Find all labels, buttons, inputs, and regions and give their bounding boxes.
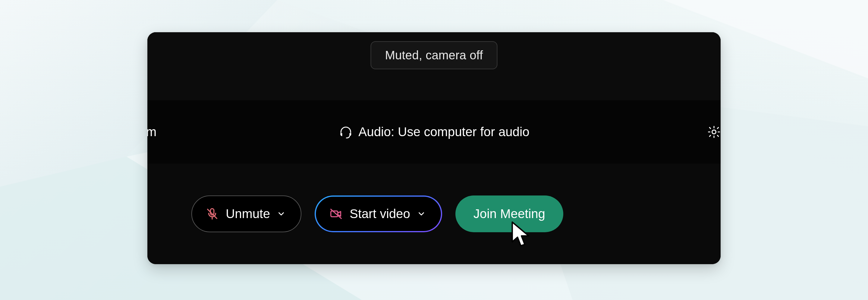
join-meeting-panel: Muted, camera off em Audio: Use computer… xyxy=(147,32,721,264)
left-option-label: em xyxy=(147,125,156,139)
gear-icon xyxy=(707,125,721,139)
audio-option-label: Audio: Use computer for audio xyxy=(358,125,529,139)
join-meeting-label: Join Meeting xyxy=(473,207,545,221)
video-preview-area: Muted, camera off xyxy=(147,32,721,100)
chevron-down-icon[interactable] xyxy=(277,209,286,219)
svg-point-6 xyxy=(712,130,716,134)
camera-off-icon xyxy=(329,207,343,221)
left-option-fragment[interactable]: em xyxy=(147,125,156,139)
headset-icon xyxy=(338,125,353,139)
start-video-button[interactable]: Start video xyxy=(315,196,442,232)
right-option-fragment[interactable]: Te xyxy=(707,125,721,139)
microphone-off-icon xyxy=(205,207,219,221)
audio-options-row: em Audio: Use computer for audio Te xyxy=(147,100,721,164)
av-status-pill: Muted, camera off xyxy=(370,41,497,69)
unmute-button[interactable]: Unmute xyxy=(191,196,301,232)
audio-option[interactable]: Audio: Use computer for audio xyxy=(338,125,529,139)
start-video-label: Start video xyxy=(350,207,410,221)
av-status-text: Muted, camera off xyxy=(385,48,483,62)
chevron-down-icon[interactable] xyxy=(417,209,426,219)
meeting-controls-row: Unmute Start video xyxy=(147,164,721,264)
join-meeting-button[interactable]: Join Meeting xyxy=(456,196,563,232)
unmute-label: Unmute xyxy=(226,207,270,221)
